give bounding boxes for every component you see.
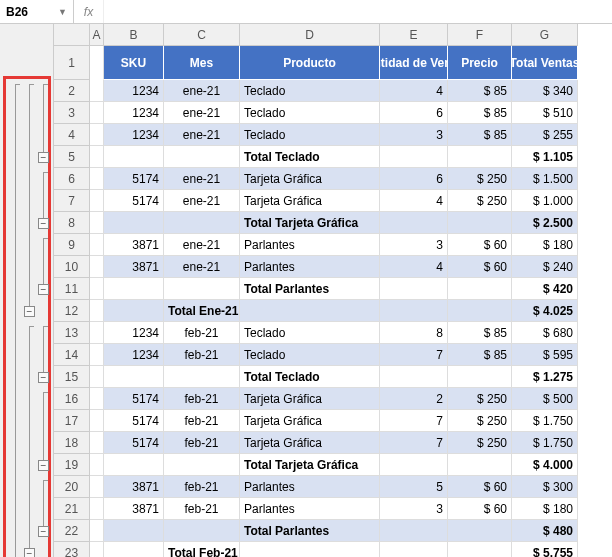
- row-header[interactable]: 19: [54, 454, 90, 476]
- cell-mes[interactable]: [164, 212, 240, 234]
- outline-collapse-button[interactable]: −: [38, 218, 49, 229]
- cell-mes[interactable]: ene-21: [164, 256, 240, 278]
- cell-producto[interactable]: [240, 300, 380, 322]
- cell-total[interactable]: $ 2.500: [512, 212, 578, 234]
- cell-producto[interactable]: Tarjeta Gráfica: [240, 168, 380, 190]
- cell-total[interactable]: $ 1.105: [512, 146, 578, 168]
- cell-total[interactable]: $ 340: [512, 80, 578, 102]
- cell-total[interactable]: $ 1.750: [512, 410, 578, 432]
- col-header-d[interactable]: D: [240, 24, 380, 46]
- cell-total[interactable]: $ 180: [512, 498, 578, 520]
- cell-sku[interactable]: [104, 278, 164, 300]
- cell[interactable]: [90, 168, 104, 190]
- cell-mes[interactable]: ene-21: [164, 234, 240, 256]
- cell[interactable]: [90, 454, 104, 476]
- cell-total[interactable]: $ 510: [512, 102, 578, 124]
- row-header[interactable]: 18: [54, 432, 90, 454]
- cell-precio[interactable]: [448, 520, 512, 542]
- cell-sku[interactable]: 3871: [104, 476, 164, 498]
- cell-total[interactable]: $ 4.025: [512, 300, 578, 322]
- cell[interactable]: [90, 476, 104, 498]
- cell-mes[interactable]: feb-21: [164, 388, 240, 410]
- cell-cantidad[interactable]: [380, 520, 448, 542]
- cell-sku[interactable]: [104, 520, 164, 542]
- cell-sku[interactable]: 3871: [104, 256, 164, 278]
- cell-producto[interactable]: Teclado: [240, 80, 380, 102]
- col-header-g[interactable]: G: [512, 24, 578, 46]
- cell[interactable]: [90, 256, 104, 278]
- cell-precio[interactable]: $ 250: [448, 388, 512, 410]
- cell-cantidad[interactable]: 7: [380, 410, 448, 432]
- cell-mes[interactable]: feb-21: [164, 476, 240, 498]
- cell-total[interactable]: $ 595: [512, 344, 578, 366]
- cell-sku[interactable]: [104, 542, 164, 557]
- outline-collapse-button[interactable]: −: [38, 526, 49, 537]
- cell-sku[interactable]: [104, 146, 164, 168]
- cell[interactable]: [90, 410, 104, 432]
- header-total[interactable]: Total Ventas: [512, 46, 578, 80]
- cell-mes[interactable]: feb-21: [164, 410, 240, 432]
- cell-producto[interactable]: Total Tarjeta Gráfica: [240, 454, 380, 476]
- cell-total[interactable]: $ 420: [512, 278, 578, 300]
- cell[interactable]: [90, 366, 104, 388]
- cell-cantidad[interactable]: [380, 278, 448, 300]
- cell[interactable]: [90, 80, 104, 102]
- cell[interactable]: [90, 344, 104, 366]
- header-mes[interactable]: Mes: [164, 46, 240, 80]
- row-header[interactable]: 5: [54, 146, 90, 168]
- cell-total[interactable]: $ 480: [512, 520, 578, 542]
- cell-precio[interactable]: $ 85: [448, 124, 512, 146]
- cell-cantidad[interactable]: 6: [380, 102, 448, 124]
- cell-sku[interactable]: 5174: [104, 388, 164, 410]
- row-header[interactable]: 10: [54, 256, 90, 278]
- cell-mes[interactable]: ene-21: [164, 124, 240, 146]
- select-all-corner[interactable]: [54, 24, 90, 46]
- row-header[interactable]: 17: [54, 410, 90, 432]
- outline-collapse-button[interactable]: −: [38, 460, 49, 471]
- cell-producto[interactable]: Parlantes: [240, 498, 380, 520]
- row-header[interactable]: 7: [54, 190, 90, 212]
- cell-cantidad[interactable]: [380, 542, 448, 557]
- col-header-a[interactable]: A: [90, 24, 104, 46]
- cell-mes[interactable]: ene-21: [164, 190, 240, 212]
- cell-cantidad[interactable]: [380, 366, 448, 388]
- cell-sku[interactable]: [104, 212, 164, 234]
- cell-mes[interactable]: Total Feb-21: [164, 542, 240, 557]
- row-header[interactable]: 20: [54, 476, 90, 498]
- cell-precio[interactable]: $ 250: [448, 410, 512, 432]
- cell[interactable]: [90, 300, 104, 322]
- cell-cantidad[interactable]: [380, 212, 448, 234]
- cell[interactable]: [90, 388, 104, 410]
- cell-cantidad[interactable]: 8: [380, 322, 448, 344]
- row-header[interactable]: 8: [54, 212, 90, 234]
- cell-precio[interactable]: $ 85: [448, 344, 512, 366]
- cell-cantidad[interactable]: 2: [380, 388, 448, 410]
- cell-sku[interactable]: 1234: [104, 322, 164, 344]
- row-header[interactable]: 4: [54, 124, 90, 146]
- row-header[interactable]: 21: [54, 498, 90, 520]
- cell-mes[interactable]: Total Ene-21: [164, 300, 240, 322]
- cell-producto[interactable]: Total Parlantes: [240, 278, 380, 300]
- formula-input[interactable]: [104, 0, 612, 23]
- cell-sku[interactable]: 5174: [104, 168, 164, 190]
- cell-total[interactable]: $ 180: [512, 234, 578, 256]
- cell-precio[interactable]: [448, 366, 512, 388]
- outline-collapse-button[interactable]: −: [24, 306, 35, 317]
- fx-label[interactable]: fx: [74, 0, 104, 23]
- cell-total[interactable]: $ 240: [512, 256, 578, 278]
- row-header[interactable]: 15: [54, 366, 90, 388]
- cell-producto[interactable]: Tarjeta Gráfica: [240, 388, 380, 410]
- header-cantidad[interactable]: Cantidad de Ventas: [380, 46, 448, 80]
- cell-producto[interactable]: Tarjeta Gráfica: [240, 410, 380, 432]
- header-producto[interactable]: Producto: [240, 46, 380, 80]
- cell[interactable]: [90, 146, 104, 168]
- cell-sku[interactable]: 1234: [104, 102, 164, 124]
- row-header[interactable]: 23: [54, 542, 90, 557]
- cell-producto[interactable]: Teclado: [240, 344, 380, 366]
- cell-total[interactable]: $ 255: [512, 124, 578, 146]
- row-header[interactable]: 6: [54, 168, 90, 190]
- row-header[interactable]: 9: [54, 234, 90, 256]
- cell-sku[interactable]: 1234: [104, 344, 164, 366]
- cell-precio[interactable]: $ 85: [448, 102, 512, 124]
- cell[interactable]: [90, 212, 104, 234]
